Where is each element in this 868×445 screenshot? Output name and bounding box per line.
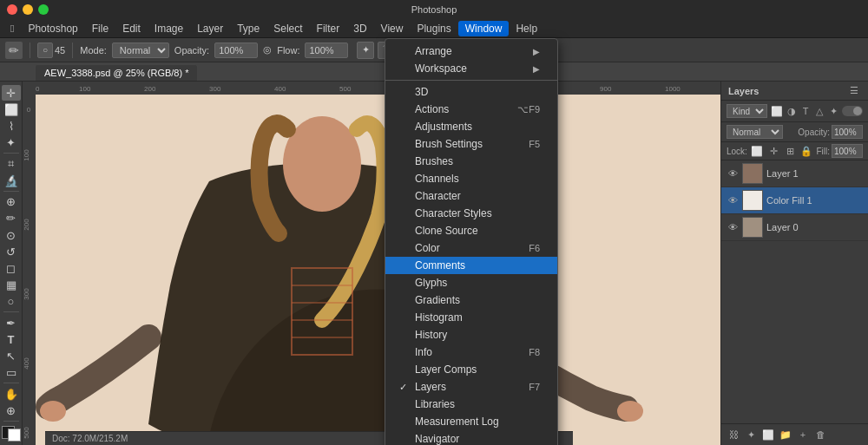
menu-window[interactable]: Window [458,21,510,36]
dd-item-brush-settings[interactable]: Brush Settings F5 [385,135,557,153]
lock-position-icon[interactable]: ✛ [767,144,780,158]
pixel-filter-icon[interactable]: ⬜ [771,104,783,118]
dd-item-character[interactable]: Character [385,187,557,205]
airbrush-icon[interactable]: ✦ [357,42,374,59]
path-select-tool[interactable]: ↖ [2,348,21,363]
dd-item-3d[interactable]: 3D [385,83,557,101]
menu-apple[interactable]:  [3,21,21,36]
minimize-button[interactable] [23,4,33,15]
dd-item-workspace[interactable]: Workspace ▶ [385,60,557,77]
magic-wand-tool[interactable]: ✦ [2,134,21,150]
eraser-tool[interactable]: ◻ [2,260,21,276]
dd-label-libraries: Libraries [415,398,540,410]
crop-tool[interactable]: ⌗ [2,156,21,172]
dd-item-character-styles[interactable]: Character Styles [385,205,557,222]
stamp-tool[interactable]: ⊙ [2,227,21,243]
fill-input[interactable] [832,144,863,158]
maximize-button[interactable] [38,4,49,15]
history-brush-tool[interactable]: ↺ [2,244,21,259]
layer-item-layer0[interactable]: 👁 Layer 0 [721,214,868,241]
layers-filter-select[interactable]: Kind [727,104,767,118]
dd-item-libraries[interactable]: Libraries [385,396,557,413]
layer-item-layer1[interactable]: 👁 Layer 1 [721,160,868,187]
canvas-content[interactable] [36,95,720,445]
menu-select[interactable]: Select [266,21,309,36]
opacity-row-input[interactable] [832,125,863,139]
dd-item-glyphs[interactable]: Glyphs [385,274,557,291]
menu-3d[interactable]: 3D [346,21,373,36]
panel-options-icon[interactable]: ☰ [847,84,861,98]
tool-icon-options[interactable]: ✏ [5,42,23,59]
shape-tool[interactable]: ▭ [2,364,21,380]
smart-filter-icon[interactable]: ✦ [828,104,838,118]
dd-item-arrange[interactable]: Arrange ▶ [385,43,557,60]
menu-layer[interactable]: Layer [190,21,230,36]
menu-filter[interactable]: Filter [310,21,347,36]
zoom-tool[interactable]: ⊕ [2,402,21,418]
layer-item-color-fill[interactable]: 👁 Color Fill 1 [721,187,868,214]
shape-filter-icon[interactable]: △ [814,104,825,118]
hand-tool[interactable]: ✋ [2,386,21,402]
create-group-icon[interactable]: 📁 [779,428,792,442]
dd-item-layers[interactable]: ✓ Layers F7 [385,378,557,396]
lock-artboard-icon[interactable]: ⊞ [784,144,797,158]
layer-visibility-color-fill[interactable]: 👁 [727,194,739,206]
heal-tool[interactable]: ⊕ [2,194,21,210]
eyedropper-tool[interactable]: 🔬 [2,173,21,188]
flow-input[interactable] [305,43,348,58]
opacity-input[interactable] [214,43,258,58]
menu-view[interactable]: View [374,21,411,36]
adjustment-filter-icon[interactable]: ◑ [786,104,797,118]
type-tool[interactable]: T [2,331,21,347]
close-button[interactable] [7,4,17,15]
move-tool[interactable]: ✛ [2,85,21,101]
dodge-tool[interactable]: ○ [2,293,21,309]
layer-visibility-layer1[interactable]: 👁 [727,167,739,180]
menu-photoshop[interactable]: Photoshop [21,21,84,36]
create-layer-icon[interactable]: + [796,428,810,442]
type-filter-icon[interactable]: T [800,104,811,118]
dd-item-histogram[interactable]: Histogram [385,309,557,326]
brush-preset-icon[interactable]: ○ [37,43,53,58]
gradient-tool[interactable]: ▦ [2,277,21,292]
dd-item-gradients[interactable]: Gradients [385,291,557,309]
dd-item-info[interactable]: Info F8 [385,344,557,361]
dd-item-history[interactable]: History [385,326,557,344]
lock-pixels-icon[interactable]: ⬜ [751,144,764,158]
add-mask-icon[interactable]: ⬜ [761,428,775,442]
add-style-icon[interactable]: ✦ [744,428,758,442]
menu-plugins[interactable]: Plugins [410,21,457,36]
marquee-tool[interactable]: ⬜ [2,101,21,117]
menu-image[interactable]: Image [148,21,190,36]
lasso-tool[interactable]: ⌇ [2,118,21,134]
brush-tool[interactable]: ✏ [2,211,21,226]
link-layers-icon[interactable]: ⛓ [727,428,740,442]
menu-file[interactable]: File [85,21,115,36]
dd-item-layer-comps[interactable]: Layer Comps [385,361,557,378]
dd-item-color[interactable]: Color F6 [385,239,557,257]
blend-mode-select[interactable]: Normal [727,125,783,139]
dd-label-arrange: Arrange [415,45,528,57]
pressure-icon: ◎ [263,44,272,56]
document-tab[interactable]: AEW_3388.psd @ 25% (RGB/8) * [35,64,198,81]
menu-edit[interactable]: Edit [115,21,148,36]
pen-tool[interactable]: ✒ [2,315,21,330]
delete-layer-icon[interactable]: 🗑 [813,428,827,442]
mode-select[interactable]: Normal [112,43,169,58]
dd-item-navigator[interactable]: Navigator [385,430,557,445]
dd-item-comments[interactable]: Comments [385,257,557,274]
dd-item-measurement-log[interactable]: Measurement Log [385,413,557,430]
lock-all-icon[interactable]: 🔒 [800,144,813,158]
layer-visibility-layer0[interactable]: 👁 [727,221,739,233]
dd-label-character: Character [415,190,540,202]
dd-item-clone-source[interactable]: Clone Source [385,222,557,239]
filter-toggle[interactable] [842,106,863,116]
dd-item-adjustments[interactable]: Adjustments [385,118,557,135]
menu-type[interactable]: Type [230,21,266,36]
menu-help[interactable]: Help [509,21,544,36]
dd-item-brushes[interactable]: Brushes [385,153,557,170]
dd-item-channels[interactable]: Channels [385,170,557,187]
color-picker[interactable] [2,426,21,442]
dd-label-layers: Layers [415,381,523,393]
dd-item-actions[interactable]: Actions ⌥F9 [385,101,557,118]
